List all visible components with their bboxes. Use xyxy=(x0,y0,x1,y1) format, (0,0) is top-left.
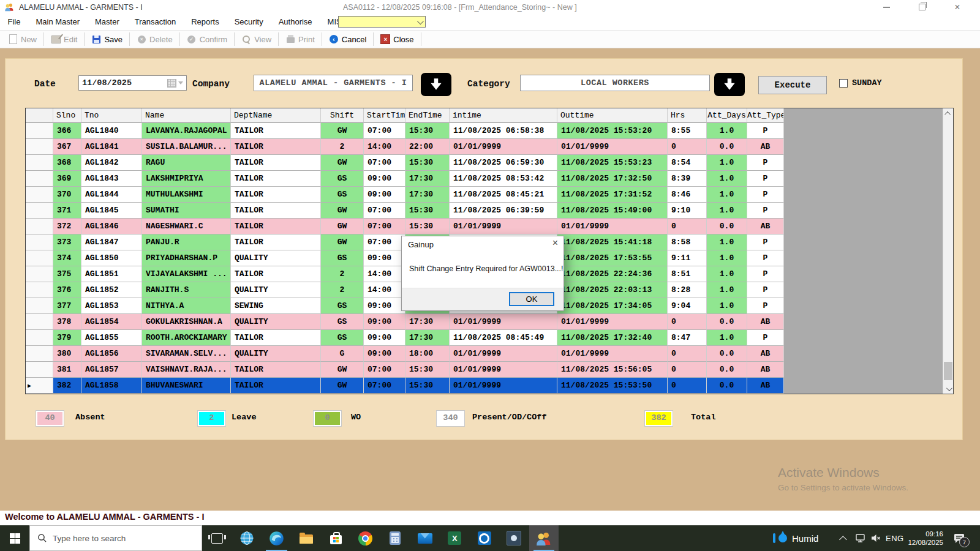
cell-shift[interactable]: 2 xyxy=(321,266,364,282)
scroll-up-button[interactable] xyxy=(943,108,954,118)
cell-start[interactable]: 09:00 xyxy=(364,171,405,187)
cell-tno[interactable]: AGL1846 xyxy=(81,219,142,234)
network-icon[interactable] xyxy=(855,525,866,551)
cell-slno[interactable]: 381 xyxy=(53,362,81,378)
taskbar-app-photos-icon[interactable] xyxy=(499,525,529,551)
cell-att_days[interactable]: 1.0 xyxy=(707,187,747,203)
column-header-intime[interactable]: intime xyxy=(450,108,557,123)
cell-tno[interactable]: AGL1852 xyxy=(81,282,142,298)
cell-tno[interactable]: AGL1843 xyxy=(81,171,142,187)
cell-dept[interactable]: TAILOR xyxy=(231,378,321,394)
cell-intime[interactable]: 01/01/9999 xyxy=(450,378,557,394)
cell-att_days[interactable]: 0.0 xyxy=(707,346,747,362)
cell-outtime[interactable]: 01/01/9999 xyxy=(557,346,668,362)
menu-item-transaction[interactable]: Transaction xyxy=(127,14,183,30)
cell-att_type[interactable]: AB xyxy=(747,362,784,378)
cell-outtime[interactable]: 01/01/9999 xyxy=(557,219,668,234)
menu-item-reports[interactable]: Reports xyxy=(184,14,227,30)
menu-item-master[interactable]: Master xyxy=(87,14,127,30)
cell-dept[interactable]: TAILOR xyxy=(231,234,321,250)
cell-end[interactable]: 22:00 xyxy=(405,139,450,155)
cell-name[interactable]: LAKSHMIPRIYA xyxy=(142,171,231,187)
close-button[interactable]: × xyxy=(940,0,975,14)
cell-dept[interactable]: QUALITY xyxy=(231,250,321,266)
column-header-shift[interactable]: Shift xyxy=(321,108,364,123)
cell-att_days[interactable]: 1.0 xyxy=(707,298,747,314)
cell-att_type[interactable]: AB xyxy=(747,346,784,362)
cell-att_type[interactable]: P xyxy=(747,266,784,282)
cell-hrs[interactable]: 0 xyxy=(668,314,707,330)
cell-intime[interactable]: 11/08/2025 08:45:21 xyxy=(450,187,557,203)
cell-shift[interactable]: GW xyxy=(321,123,364,139)
cell-name[interactable]: RANJITH.S xyxy=(142,282,231,298)
cell-att_days[interactable]: 1.0 xyxy=(707,250,747,266)
cell-outtime[interactable]: 11/08/2025 15:41:18 xyxy=(557,234,668,250)
cell-att_type[interactable]: AB xyxy=(747,139,784,155)
cell-hrs[interactable]: 0 xyxy=(668,346,707,362)
cell-tno[interactable]: AGL1856 xyxy=(81,346,142,362)
cell-slno[interactable]: 382 xyxy=(53,378,81,394)
cell-start[interactable]: 09:00 xyxy=(364,250,405,266)
table-row[interactable]: 371AGL1845SUMATHITAILORGW07:0015:3011/08… xyxy=(26,203,953,219)
cell-hrs[interactable]: 9:04 xyxy=(668,298,707,314)
dialog-ok-button[interactable]: OK xyxy=(509,292,554,306)
vertical-scrollbar[interactable] xyxy=(943,108,953,394)
cell-hrs[interactable]: 0 xyxy=(668,139,707,155)
cell-att_days[interactable]: 0.0 xyxy=(707,378,747,394)
cell-shift[interactable]: GW xyxy=(321,234,364,250)
cell-dept[interactable]: TAILOR xyxy=(231,219,321,234)
cell-start[interactable]: 07:00 xyxy=(364,219,405,234)
cell-att_days[interactable]: 0.0 xyxy=(707,139,747,155)
cell-dept[interactable]: QUALITY xyxy=(231,314,321,330)
cell-intime[interactable]: 01/01/9999 xyxy=(450,314,557,330)
dialog-close-icon[interactable]: × xyxy=(552,238,558,249)
date-picker[interactable]: 11/08/2025 xyxy=(78,75,187,91)
cell-slno[interactable]: 378 xyxy=(53,314,81,330)
taskbar-app-edge-icon[interactable] xyxy=(262,525,292,551)
cell-hrs[interactable]: 8:39 xyxy=(668,171,707,187)
column-header-endtime[interactable]: EndTime xyxy=(405,108,450,123)
table-row[interactable]: 380AGL1856SIVARAMAN.SELV...QUALITYG09:00… xyxy=(26,346,953,362)
menu-item-security[interactable]: Security xyxy=(227,14,271,30)
cell-end[interactable]: 15:30 xyxy=(405,155,450,171)
cell-hrs[interactable]: 9:10 xyxy=(668,203,707,219)
company-dropdown-button[interactable] xyxy=(421,73,451,96)
cell-tno[interactable]: AGL1845 xyxy=(81,203,142,219)
cell-att_type[interactable]: P xyxy=(747,234,784,250)
cell-hrs[interactable]: 0 xyxy=(668,219,707,234)
cell-slno[interactable]: 376 xyxy=(53,282,81,298)
cell-hrs[interactable]: 0 xyxy=(668,362,707,378)
cell-end[interactable]: 17:30 xyxy=(405,314,450,330)
cell-shift[interactable]: GS xyxy=(321,171,364,187)
cell-slno[interactable]: 373 xyxy=(53,234,81,250)
cell-tno[interactable]: AGL1857 xyxy=(81,362,142,378)
cell-outtime[interactable]: 01/01/9999 xyxy=(557,139,668,155)
table-row[interactable]: 366AGL1840LAVANYA.RAJAGOPALTAILORGW07:00… xyxy=(26,123,953,139)
cell-dept[interactable]: TAILOR xyxy=(231,139,321,155)
taskbar-clock[interactable]: 09:16 12/08/2025 xyxy=(899,525,943,551)
cell-att_days[interactable]: 0.0 xyxy=(707,219,747,234)
column-header-outtime[interactable]: Outtime xyxy=(557,108,668,123)
sunday-checkbox[interactable] xyxy=(839,79,848,88)
cell-att_days[interactable]: 1.0 xyxy=(707,155,747,171)
cell-start[interactable]: 07:00 xyxy=(364,378,405,394)
cell-att_days[interactable]: 1.0 xyxy=(707,171,747,187)
cell-name[interactable]: SUMATHI xyxy=(142,203,231,219)
table-row[interactable]: ▶382AGL1858BHUVANESWARITAILORGW07:0015:3… xyxy=(26,378,953,394)
cell-att_days[interactable]: 0.0 xyxy=(707,314,747,330)
cancel-button[interactable]: ‹Cancel xyxy=(324,32,371,47)
cell-att_type[interactable]: P xyxy=(747,250,784,266)
cell-slno[interactable]: 371 xyxy=(53,203,81,219)
cell-tno[interactable]: AGL1853 xyxy=(81,298,142,314)
new-button[interactable]: New xyxy=(3,32,42,47)
cell-shift[interactable]: GS xyxy=(321,187,364,203)
menu-combobox[interactable] xyxy=(338,16,426,28)
taskbar-app-task-view-icon[interactable] xyxy=(202,525,232,551)
category-field[interactable]: LOCAL WORKERS xyxy=(520,75,710,91)
cell-hrs[interactable]: 8:58 xyxy=(668,234,707,250)
cell-att_type[interactable]: P xyxy=(747,203,784,219)
cell-tno[interactable]: AGL1842 xyxy=(81,155,142,171)
column-header-slno[interactable]: Slno xyxy=(53,108,81,123)
cell-slno[interactable]: 366 xyxy=(53,123,81,139)
cell-end[interactable]: 15:30 xyxy=(405,203,450,219)
